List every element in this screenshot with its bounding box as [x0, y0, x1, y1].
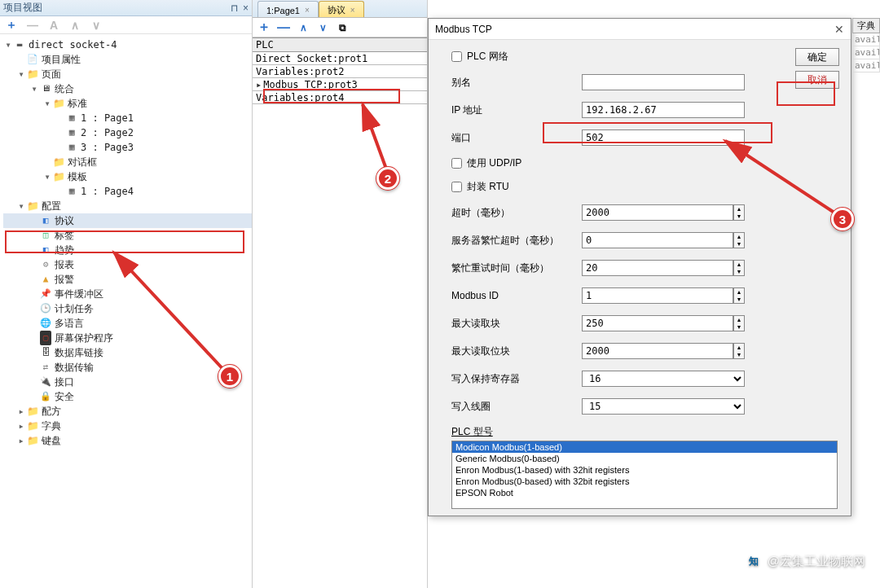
plc-network-checkbox[interactable] [451, 51, 462, 62]
port-input[interactable] [582, 129, 745, 146]
protocol-remove-button[interactable]: — [277, 21, 290, 34]
plc-model-option[interactable]: EPSON Robot [452, 487, 837, 498]
tree-item[interactable]: 3 : Page3 [3, 140, 252, 155]
tab-close-icon[interactable]: × [305, 6, 310, 15]
protocol-extra-icon[interactable]: ⧉ [336, 21, 349, 34]
modbus-id-spinner[interactable]: ▲▼ [733, 287, 745, 304]
tree-item[interactable]: ▾标准 [3, 96, 252, 111]
plug-icon [39, 375, 52, 388]
tree-item[interactable]: 多语言 [3, 316, 252, 331]
port-label: 端口 [451, 131, 582, 145]
modbus-id-input[interactable] [582, 287, 733, 304]
tree-item[interactable]: 数据库链接 [3, 345, 252, 360]
tree-item[interactable]: ▾配置 [3, 199, 252, 213]
protocol-up-button[interactable]: ∧ [297, 21, 310, 34]
dialog-close-icon[interactable]: ✕ [834, 23, 844, 36]
plc-model-option[interactable]: Enron Modbus(0-based) with 32bit registe… [452, 476, 837, 487]
tree-item[interactable]: 数据传输 [3, 360, 252, 375]
tab[interactable]: 1:Page1× [257, 1, 319, 17]
tree-item[interactable]: ▾direct socket-4 [3, 37, 252, 52]
plc-model-option[interactable]: Generic Modbus(0-based) [452, 453, 837, 464]
retry-spinner[interactable]: ▲▼ [733, 260, 745, 276]
tree-item[interactable]: 项目属性 [3, 52, 252, 67]
tree-twisty-icon[interactable]: ▸ [16, 419, 26, 433]
retry-input[interactable] [582, 260, 733, 276]
maxread-input[interactable] [582, 315, 733, 331]
plc-table-header: PLC [253, 38, 427, 52]
tree-item[interactable]: 趋势 [3, 243, 252, 257]
tree-item[interactable]: ▸键盘 [3, 433, 252, 448]
tree-item[interactable]: 协议 [3, 213, 252, 228]
panel-title: 项目视图 [3, 1, 42, 15]
tree-down-button[interactable]: ∨ [90, 19, 103, 32]
globe-icon [39, 317, 52, 330]
plc-row[interactable]: Variables:prot2 [253, 65, 427, 78]
cancel-button[interactable]: 取消 [795, 71, 839, 89]
tree-item[interactable]: ▸字典 [3, 419, 252, 433]
tree-item[interactable]: 安全 [3, 389, 252, 404]
tab[interactable]: 协议× [319, 1, 364, 17]
maxreadbit-spinner[interactable]: ▲▼ [733, 343, 745, 359]
timeout-spinner[interactable]: ▲▼ [733, 204, 745, 221]
maxreadbit-input[interactable] [582, 343, 733, 359]
rtu-checkbox[interactable] [451, 182, 462, 192]
tree-item[interactable]: 事件缓冲区 [3, 287, 252, 301]
protocol-add-button[interactable]: ＋ [257, 21, 271, 34]
plc-model-list[interactable]: Modicon Modbus(1-based)Generic Modbus(0-… [451, 441, 838, 509]
tree-item[interactable]: 1 : Page4 [3, 184, 252, 199]
project-tree[interactable]: ▾direct socket-4项目属性▾页面▾统合▾标准1 : Page12 … [0, 34, 252, 448]
tree-remove-button[interactable]: — [26, 19, 39, 32]
tree-item[interactable]: 报表 [3, 257, 252, 272]
tree-item[interactable]: 屏幕保护程序 [3, 331, 252, 345]
tree-item[interactable]: 1 : Page1 [3, 111, 252, 125]
panel-title-bar: 项目视图 ⊓ × [0, 0, 252, 16]
watermark: 知 @宏集工业物联网 [745, 552, 865, 570]
tree-up-button[interactable]: ∧ [68, 19, 81, 32]
ok-button[interactable]: 确定 [795, 48, 839, 66]
busy-timeout-input[interactable] [582, 232, 733, 248]
tree-item[interactable]: ▾统合 [3, 81, 252, 96]
tree-item[interactable]: 报警 [3, 272, 252, 287]
panel-pin-icon[interactable]: ⊓ [231, 2, 238, 14]
tree-twisty-icon[interactable]: ▾ [3, 37, 13, 52]
plc-model-option[interactable]: Enron Modbus(1-based) with 32hit registe… [452, 464, 837, 476]
tree-twisty-icon[interactable]: ▾ [16, 67, 26, 81]
plc-row[interactable]: Variables:prot4 [253, 91, 427, 104]
ip-address-input[interactable] [582, 102, 745, 118]
tree-twisty-icon[interactable]: ▾ [42, 96, 52, 111]
tree-twisty-icon[interactable]: ▾ [29, 81, 39, 96]
tree-item[interactable]: ▾页面 [3, 67, 252, 81]
tree-item[interactable]: 接口 [3, 375, 252, 389]
folder-icon [26, 405, 39, 418]
udp-checkbox[interactable] [451, 158, 462, 169]
tree-add-button[interactable]: ＋ [5, 19, 18, 32]
badge-2: 2 [376, 167, 399, 190]
plc-row[interactable]: Modbus TCP:prot3 [253, 78, 427, 91]
busy-spinner[interactable]: ▲▼ [733, 232, 745, 248]
tree-twisty-icon[interactable]: ▸ [16, 433, 26, 448]
tree-twisty-icon[interactable]: ▾ [16, 199, 26, 213]
plc-row[interactable]: Direct Socket:prot1 [253, 52, 427, 65]
panel-close-icon[interactable]: × [243, 2, 249, 14]
maxread-spinner[interactable]: ▲▼ [733, 315, 745, 331]
tree-item[interactable]: 标签 [3, 228, 252, 243]
tree-item[interactable]: ▸配方 [3, 404, 252, 419]
modbus-id-label: Modbus ID [451, 290, 582, 301]
tree-item[interactable]: 计划任务 [3, 301, 252, 316]
tree-twisty-icon[interactable]: ▾ [42, 169, 52, 184]
alias-input[interactable] [582, 74, 745, 90]
dialog-title-bar[interactable]: Modbus TCP ✕ [429, 19, 851, 40]
plc-model-option[interactable]: Modicon Modbus(1-based) [452, 441, 837, 453]
write-holding-select[interactable]: 16 [582, 371, 745, 387]
timeout-input[interactable] [582, 204, 733, 221]
tree-item[interactable]: 2 : Page2 [3, 125, 252, 140]
tree-item-label: 趋势 [55, 243, 74, 257]
tab-close-icon[interactable]: × [350, 6, 355, 15]
write-coil-select[interactable]: 15 [582, 398, 745, 415]
tree-item[interactable]: ▾模板 [3, 169, 252, 184]
protocol-down-button[interactable]: ∨ [316, 21, 329, 34]
tree-item[interactable]: 对话框 [3, 155, 252, 169]
alias-label: 别名 [451, 76, 582, 90]
tree-twisty-icon[interactable]: ▸ [16, 404, 26, 419]
minus-icon [13, 38, 26, 51]
